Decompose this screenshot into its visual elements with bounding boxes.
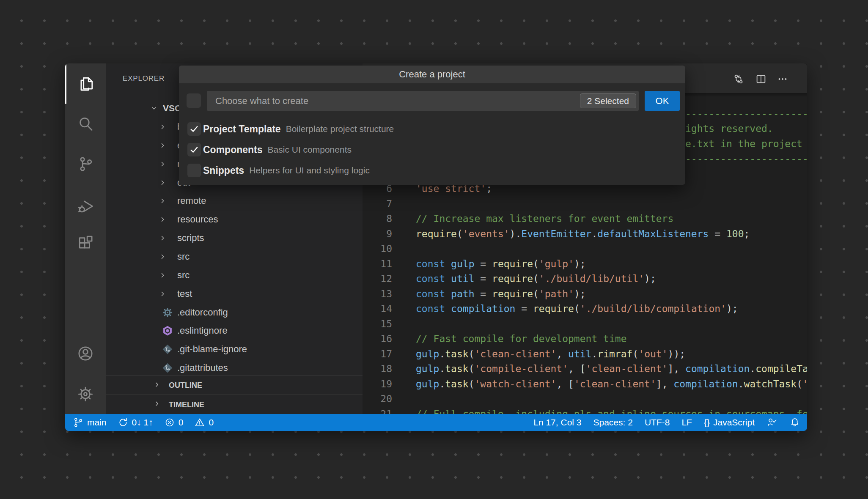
activity-source-control-button[interactable] [65,145,106,183]
line-number: 9 [363,228,392,239]
selected-count-badge: 2 Selected [580,93,636,108]
eslint-icon [162,325,173,337]
tree-item-scripts[interactable]: scripts [106,229,363,247]
tree-item-label: src [177,270,190,281]
code-line-11: 11const gulp = require('gulp'); [363,256,807,271]
activity-accounts-button[interactable] [65,335,106,372]
files-icon [76,75,95,94]
activity-run-and-debug-button[interactable] [65,187,106,225]
status-javascript[interactable]: {}JavaScript [704,417,755,428]
sidebar-section-timeline[interactable]: TIMELINE [106,395,363,414]
option-description: Basic UI components [268,145,352,155]
chevron-right-icon [159,123,167,131]
line-number: 8 [363,213,392,224]
activity-search-button[interactable] [65,105,106,143]
code-line-10: 10 [363,241,807,256]
tree-item-label: .gitattributes [177,362,228,373]
status-spaces-2[interactable]: Spaces: 2 [593,417,633,428]
status-bell[interactable] [789,417,800,428]
checked-checkbox[interactable] [187,122,201,136]
create-search-input[interactable]: Choose what to create 2 Selected [207,91,639,111]
code-line-18: 18gulp.task('compile-client', ['clean-cl… [363,361,807,376]
status-label: Ln 17, Col 3 [533,417,581,428]
unchecked-checkbox[interactable] [187,164,201,177]
tree-item-resources[interactable]: resources [106,210,363,229]
status-label: Spaces: 2 [593,417,633,428]
status-0[interactable]: 0 [194,417,214,428]
chevron-right-icon [159,271,167,280]
tree-item-src-8[interactable]: src [106,266,363,285]
tree-item-src-7[interactable]: src [106,247,363,266]
tree-item-remote[interactable]: remote [106,192,363,210]
activity-bar [65,63,106,414]
chevron-right-icon [159,160,167,168]
activity-settings-button[interactable] [65,376,106,413]
chevron-down-icon [150,104,158,112]
checked-checkbox[interactable] [187,143,201,156]
status-feedback[interactable] [766,417,777,428]
ellipsis-icon [776,73,789,85]
status-0-1[interactable]: 0↓ 1↑ [118,417,153,428]
tree-item-test[interactable]: test [106,285,363,303]
chevron-right-icon [153,381,161,391]
chevron-down-icon [150,104,158,112]
status-ln-17-col-3[interactable]: Ln 17, Col 3 [533,417,581,428]
tree-item-label: .editorconfig [177,307,228,318]
chevron-right-icon [159,197,167,205]
option-components[interactable]: Components Basic UI components [179,143,685,156]
tree-item-git-blame-ignore[interactable]: .git-blame-ignore [106,340,363,359]
git-file-icon [162,343,173,355]
ok-button[interactable]: OK [645,91,680,111]
dialog-title: Create a project [179,66,685,83]
extensions-icon [76,234,95,252]
gear-file-icon [162,307,173,318]
code-line-9: 9require('events').EventEmitter.defaultM… [363,226,807,241]
tree-item-label: resources [177,214,218,225]
line-number: 17 [363,348,392,359]
activity-explorer-button[interactable] [65,66,106,103]
feedback-icon [766,417,777,428]
option-description: Helpers for UI and styling logic [249,165,370,175]
git-branch-icon [73,417,84,428]
tree-item-eslintignore[interactable]: .eslintignore [106,321,363,340]
status-main[interactable]: main [73,417,107,428]
tree-item-label: src [177,251,190,262]
option-project-template[interactable]: Project Template Boilerplate project str… [179,122,685,136]
status-bar: main0↓ 1↑00 Ln 17, Col 3Spaces: 2UTF-8LF… [65,414,807,431]
gear-icon [76,385,95,403]
section-label: TIMELINE [169,400,204,409]
tree-item-editorconfig[interactable]: .editorconfig [106,303,363,322]
line-number: 19 [363,378,392,389]
source-control-icon [76,155,95,173]
status-lf[interactable]: LF [681,417,692,428]
chevron-right-icon [153,381,161,389]
status-label: 0 [179,417,184,428]
git-file-icon [162,362,173,374]
select-all-checkbox[interactable] [187,93,201,108]
more-actions-button[interactable] [776,73,789,85]
option-label: Project Template [203,123,281,135]
code-line-20: 20 [363,391,807,406]
activity-extensions-button[interactable] [65,225,106,262]
warning-icon [194,417,205,428]
tree-item-label: test [177,288,192,299]
open-changes-button[interactable] [732,73,745,85]
create-project-dialog: Create a project Choose what to create 2… [179,66,685,185]
split-editor-button[interactable] [755,73,767,85]
option-snippets[interactable]: Snippets Helpers for UI and styling logi… [179,164,685,177]
code-line-13: 13const path = require('path'); [363,286,807,302]
chevron-right-icon [153,400,161,408]
code-line-7: 7 [363,196,807,211]
tree-item-label: remote [177,195,206,206]
line-number: 14 [363,303,392,314]
status-0[interactable]: 0 [164,417,184,428]
code-line-19: 19gulp.task('watch-client', ['clean-clie… [363,376,807,392]
chevron-right-icon [159,215,167,224]
tree-item-gitattributes[interactable]: .gitattributes [106,359,363,377]
sidebar-section-outline[interactable]: OUTLINE [106,376,363,395]
line-number: 18 [363,363,392,374]
line-number: 10 [363,243,392,254]
code-line-12: 12const util = require('./build/lib/util… [363,271,807,286]
status-utf-8[interactable]: UTF-8 [645,417,670,428]
code-line-8: 8// Increase max listeners for event emi… [363,211,807,226]
